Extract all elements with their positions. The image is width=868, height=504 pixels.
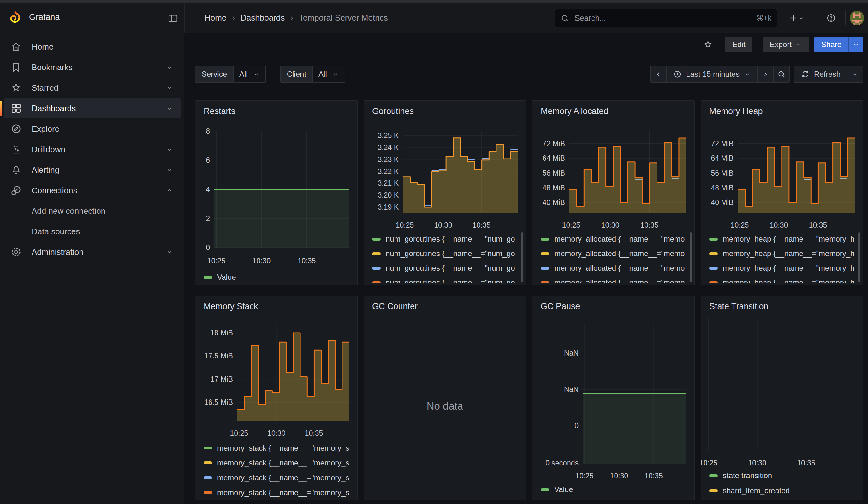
panel-title[interactable]: Memory Stack: [204, 301, 258, 311]
sidebar-item-home[interactable]: Home: [4, 37, 180, 57]
legend-item[interactable]: memory_heap {__name__="memory_h: [709, 261, 860, 275]
y-tick-label: 17.5 MiB: [195, 351, 233, 361]
favorite-star-icon[interactable]: [701, 38, 715, 51]
y-tick-label: 56 MiB: [533, 168, 565, 178]
legend-item[interactable]: memory_allocated {__name__="memo: [541, 232, 692, 246]
chevron-down-icon[interactable]: [165, 104, 174, 112]
chart-canvas[interactable]: [738, 131, 855, 213]
y-tick-label: 3.25 K: [364, 131, 399, 140]
breadcrumb-dashboards[interactable]: Dashboards: [240, 13, 285, 23]
chevron-up-icon[interactable]: [165, 186, 174, 195]
legend-item[interactable]: memory_heap {__name__="memory_h: [709, 246, 860, 261]
legend-item[interactable]: memory_stack {__name__="memory_s: [204, 441, 355, 455]
legend-item[interactable]: memory_allocated {__name__="memo: [541, 261, 692, 275]
add-new-button[interactable]: [788, 10, 804, 26]
edit-button[interactable]: Edit: [725, 37, 752, 52]
sidebar-item-explore[interactable]: Explore: [4, 119, 180, 139]
panel-title[interactable]: Memory Allocated: [541, 106, 609, 116]
sidebar-item-data-sources[interactable]: Data sources: [4, 222, 180, 241]
legend-series-label: memory_heap {__name__="memory_h: [723, 278, 855, 283]
panel-title[interactable]: GC Counter: [372, 301, 417, 311]
legend-item[interactable]: memory_allocated {__name__="memo: [541, 246, 692, 261]
y-tick-label: 40 MiB: [701, 198, 734, 207]
chevron-down-icon[interactable]: [165, 248, 174, 256]
chart-canvas[interactable]: [237, 323, 349, 421]
legend-item[interactable]: shard_item_created: [709, 483, 860, 498]
panel-title[interactable]: GC Pause: [541, 301, 580, 311]
x-tick-label: 10:25: [701, 459, 727, 467]
time-range-picker[interactable]: Last 15 minutes: [666, 66, 757, 83]
legend-item[interactable]: memory_stack {__name__="memory_s: [204, 485, 355, 500]
breadcrumb-separator: ›: [232, 13, 235, 23]
search-box[interactable]: ⌘+k: [555, 9, 777, 27]
legend-item[interactable]: Value: [541, 482, 692, 497]
legend-series-marker: [709, 238, 718, 240]
legend-item[interactable]: state transition: [709, 468, 860, 483]
legend-scrollbar[interactable]: [521, 233, 523, 282]
search-input[interactable]: [574, 13, 756, 23]
legend-item[interactable]: memory_stack {__name__="memory_s: [204, 470, 355, 485]
legend-item[interactable]: Value: [204, 270, 355, 285]
chevron-down-icon[interactable]: [165, 63, 174, 71]
service-variable-select[interactable]: All: [234, 66, 266, 83]
legend-item[interactable]: num_goroutines {__name__="num_go: [372, 246, 523, 261]
client-variable: Client All: [280, 66, 345, 83]
refresh-interval-caret[interactable]: [847, 66, 863, 83]
sidebar-item-label: Add new connection: [32, 206, 105, 216]
legend-series-label: memory_stack {__name__="memory_s: [217, 488, 349, 497]
sidebar-item-add-new-connection[interactable]: Add new connection: [4, 201, 180, 221]
legend-scrollbar[interactable]: [690, 233, 692, 282]
legend-item[interactable]: num_goroutines {__name__="num_go: [372, 261, 523, 275]
export-button[interactable]: Export: [763, 37, 809, 52]
legend-scrollbar[interactable]: [858, 233, 860, 282]
legend-item[interactable]: memory_heap {__name__="memory_h: [709, 232, 860, 246]
compass-icon: [10, 123, 22, 135]
panel-title[interactable]: Restarts: [204, 106, 236, 116]
legend-item[interactable]: memory_stack {__name__="memory_s: [204, 455, 355, 470]
time-shift-back-button[interactable]: [650, 66, 666, 83]
chevron-down-icon: [851, 71, 859, 78]
client-variable-select[interactable]: All: [313, 66, 345, 83]
sidebar-toggle-icon[interactable]: [167, 13, 179, 24]
brand-section: Grafana: [0, 3, 185, 33]
legend-item[interactable]: num_goroutines {__name__="num_go: [372, 232, 523, 246]
chart-canvas[interactable]: [705, 318, 854, 451]
legend-series-marker: [204, 446, 212, 449]
chevron-down-icon[interactable]: [165, 166, 174, 174]
sidebar-item-starred[interactable]: Starred: [4, 78, 180, 98]
chart-area: 0246810:2510:3010:35Value: [195, 101, 357, 285]
x-tick-label: 10:25: [220, 429, 258, 438]
time-shift-forward-button[interactable]: [757, 66, 774, 83]
sidebar-item-alerting[interactable]: Alerting: [4, 160, 180, 180]
legend-item[interactable]: num_goroutines {__name__="num_go: [372, 275, 523, 283]
legend-item[interactable]: memory_heap {__name__="memory_h: [709, 275, 860, 283]
no-data-message: No data: [364, 400, 526, 412]
refresh-button[interactable]: Refresh: [794, 66, 847, 83]
panel-title[interactable]: Goroutines: [372, 106, 414, 116]
chevron-down-icon[interactable]: [165, 84, 174, 92]
y-tick-label: 18 MiB: [195, 328, 233, 338]
zoom-out-icon[interactable]: [773, 66, 790, 83]
breadcrumb-home[interactable]: Home: [205, 13, 226, 23]
chart-canvas[interactable]: [569, 131, 686, 213]
legend-item[interactable]: memory_allocated {__name__="memo: [541, 275, 692, 283]
share-menu-caret[interactable]: [848, 37, 863, 52]
sidebar-item-bookmarks[interactable]: Bookmarks: [4, 57, 180, 78]
user-avatar[interactable]: [850, 11, 864, 25]
share-button[interactable]: Share: [814, 37, 848, 52]
chart-canvas[interactable]: [214, 131, 349, 248]
panel-title[interactable]: State Transition: [709, 301, 768, 311]
sidebar-item-administration[interactable]: Administration: [4, 242, 180, 262]
sidebar-item-dashboards[interactable]: Dashboards: [4, 98, 180, 119]
sidebar-nav: HomeBookmarksStarredDashboardsExploreDri…: [0, 33, 184, 504]
bell-icon: [10, 164, 22, 176]
sidebar-item-drilldown[interactable]: Drilldown: [4, 139, 180, 160]
chart-canvas[interactable]: [403, 131, 518, 213]
grafana-logo-icon[interactable]: [8, 11, 23, 26]
chevron-down-icon[interactable]: [165, 145, 174, 154]
help-icon[interactable]: [823, 10, 839, 26]
sidebar-item-connections[interactable]: Connections: [4, 180, 180, 200]
legend-series-marker: [541, 267, 549, 270]
chart-canvas[interactable]: [583, 324, 686, 464]
panel-title[interactable]: Memory Heap: [709, 106, 763, 116]
